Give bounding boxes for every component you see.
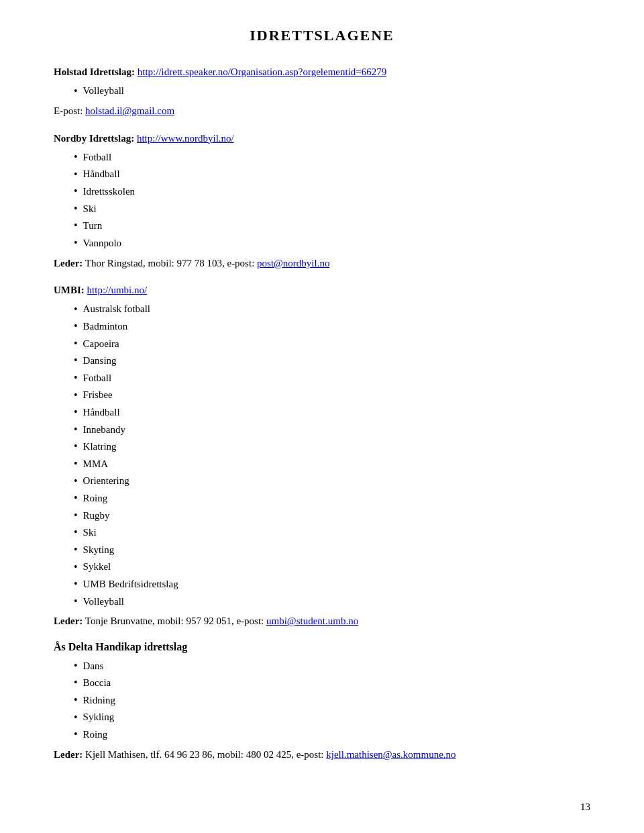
holstad-sports-list: Volleyball [74, 83, 590, 100]
nordby-email-link[interactable]: post@nordbyil.no [257, 258, 329, 268]
list-item: Dansing [74, 352, 590, 369]
list-item: Fotball [74, 148, 590, 166]
list-item: Ski [74, 524, 590, 541]
nordby-leader: Leder: Thor Ringstad, mobil: 977 78 103,… [54, 256, 590, 271]
list-item: Rugby [74, 507, 590, 524]
holstad-label: Holstad Idrettslag: [54, 66, 135, 77]
list-item: Håndball [74, 166, 590, 183]
list-item: Capoeira [74, 335, 590, 352]
list-item: Turn [74, 217, 590, 234]
list-item: Roing [74, 489, 590, 507]
list-item: Fotball [74, 369, 590, 387]
page-title: IDRETTSLAGENE [54, 27, 590, 44]
list-item: Sykling [74, 709, 590, 726]
umbi-email-link[interactable]: umbi@student.umb.no [266, 616, 358, 626]
nordby-header: Nordby Idrettslag: http://www.nordbyil.n… [54, 131, 590, 146]
list-item: Australsk fotball [74, 301, 590, 318]
list-item: Klatring [74, 438, 590, 455]
section-aas-delta: Ås Delta Handikap idrettslag Dans Boccia… [54, 641, 590, 762]
list-item: Boccia [74, 674, 590, 691]
holstad-email-line: E-post: holstad.il@gmail.com [54, 103, 590, 119]
list-item: Innebandy [74, 421, 590, 438]
list-item: Ridning [74, 691, 590, 709]
page: IDRETTSLAGENE Holstad Idrettslag: http:/… [0, 0, 644, 833]
list-item: Skyting [74, 541, 590, 558]
list-item: Frisbee [74, 387, 590, 404]
nordby-sports-list: Fotball Håndball Idrettsskolen Ski Turn … [74, 148, 590, 252]
list-item: Volleyball [74, 83, 590, 100]
list-item: Vannpolo [74, 234, 590, 252]
umbi-header: UMBI: http://umbi.no/ [54, 283, 590, 298]
list-item: Idrettsskolen [74, 183, 590, 200]
umbi-leader: Leder: Tonje Brunvatne, mobil: 957 92 05… [54, 614, 590, 629]
list-item: Håndball [74, 403, 590, 421]
umbi-link[interactable]: http://umbi.no/ [87, 285, 148, 295]
aas-delta-leader-label: Leder: [54, 749, 83, 760]
umbi-sports-list: Australsk fotball Badminton Capoeira Dan… [74, 301, 590, 610]
list-item: Ski [74, 200, 590, 217]
aas-delta-leader: Leder: Kjell Mathisen, tlf. 64 96 23 86,… [54, 747, 590, 763]
umbi-leader-label: Leder: [54, 616, 83, 626]
nordby-leader-label: Leder: [54, 258, 83, 268]
list-item: Orientering [74, 473, 590, 490]
umbi-label: UMBI: [54, 285, 85, 295]
holstad-link[interactable]: http://idrett.speaker.no/Organisation.as… [138, 66, 387, 77]
nordby-link[interactable]: http://www.nordbyil.no/ [137, 133, 234, 144]
nordby-label: Nordby Idrettslag: [54, 133, 134, 144]
aas-delta-email-link[interactable]: kjell.mathisen@as.kommune.no [326, 749, 455, 760]
list-item: MMA [74, 455, 590, 473]
page-number: 13 [580, 801, 590, 813]
list-item: Badminton [74, 317, 590, 335]
list-item: Roing [74, 726, 590, 743]
section-holstad: Holstad Idrettslag: http://idrett.speake… [54, 64, 590, 119]
aas-delta-title: Ås Delta Handikap idrettslag [54, 641, 590, 653]
section-nordby: Nordby Idrettslag: http://www.nordbyil.n… [54, 131, 590, 271]
section-umbi: UMBI: http://umbi.no/ Australsk fotball … [54, 283, 590, 629]
aas-delta-sports-list: Dans Boccia Ridning Sykling Roing [74, 657, 590, 743]
holstad-header: Holstad Idrettslag: http://idrett.speake… [54, 64, 590, 80]
list-item: UMB Bedriftsidrettslag [74, 575, 590, 593]
holstad-email-link[interactable]: holstad.il@gmail.com [85, 105, 174, 116]
list-item: Sykkel [74, 558, 590, 576]
list-item: Dans [74, 657, 590, 675]
list-item: Volleyball [74, 593, 590, 610]
